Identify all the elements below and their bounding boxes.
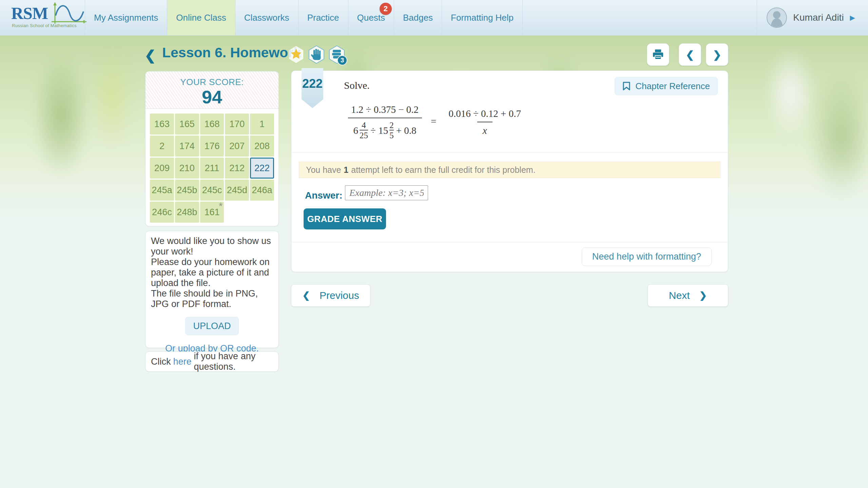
answer-input[interactable] bbox=[345, 185, 428, 200]
problem-panel: 222 Solve. Chapter Reference 1.2 ÷ 0.375… bbox=[291, 70, 728, 272]
statement-divider bbox=[291, 152, 728, 152]
score-header: YOUR SCORE: 94 bbox=[146, 72, 278, 109]
problem-cell-246c[interactable]: 246c bbox=[150, 202, 174, 223]
questions-panel: Click here if you have any questions. bbox=[145, 351, 279, 372]
problem-cell-207[interactable]: 207 bbox=[225, 136, 249, 157]
nav-items: My Assignments Online Class Classworks P… bbox=[85, 0, 523, 35]
upload-message-line: We would like you to show us your work! bbox=[151, 236, 273, 257]
starred-problem-mark: * bbox=[219, 201, 223, 211]
nav-item-quests[interactable]: Quests 2 bbox=[348, 0, 394, 35]
problem-cell-212[interactable]: 212 bbox=[225, 158, 249, 179]
problem-grid: 1631651681701217417620720820921021121222… bbox=[146, 109, 278, 227]
print-button[interactable] bbox=[647, 43, 669, 66]
chapter-reference-button[interactable]: Chapter Reference bbox=[615, 77, 718, 95]
problem-cell-208[interactable]: 208 bbox=[250, 136, 274, 157]
score-value: 94 bbox=[146, 87, 278, 107]
problem-equation: 1.2 ÷ 0.375 − 0.2 6425 ÷ 1525 + 0.8 = 0.… bbox=[346, 104, 526, 140]
rsm-logo-text: RSM bbox=[11, 3, 48, 23]
prev-problem-arrow-button[interactable]: ❮ bbox=[679, 43, 701, 66]
questions-here-link[interactable]: here bbox=[173, 357, 192, 367]
problem-cell-245a[interactable]: 245a bbox=[150, 180, 174, 201]
chevron-left-icon: ❮ bbox=[686, 49, 694, 61]
formatting-help-button[interactable]: Need help with formatting? bbox=[582, 247, 712, 266]
attempts-left-count: 1 bbox=[344, 165, 348, 175]
star-badge[interactable] bbox=[288, 45, 305, 64]
problem-number-ribbon: 222 bbox=[302, 68, 323, 108]
attempt-notice: You have 1 attempt left to earn the full… bbox=[299, 162, 720, 178]
questions-suffix: if you have any questions. bbox=[194, 351, 273, 372]
problem-cell-209[interactable]: 209 bbox=[150, 158, 174, 179]
upload-message-line: The file should be in PNG, JPG or PDF fo… bbox=[151, 288, 273, 309]
nav-item-badges[interactable]: Badges bbox=[394, 0, 442, 35]
bookmark-icon bbox=[622, 81, 631, 91]
books-badge[interactable]: 3 bbox=[328, 45, 345, 64]
problem-prompt: Solve. bbox=[344, 80, 370, 91]
problem-cell-211[interactable]: 211 bbox=[200, 158, 224, 179]
nav-item-practice[interactable]: Practice bbox=[298, 0, 348, 35]
equals-sign: = bbox=[431, 116, 436, 128]
previous-button[interactable]: ❮ Previous bbox=[291, 284, 370, 307]
hand-badge[interactable] bbox=[308, 45, 325, 64]
questions-prefix: Click bbox=[151, 357, 171, 367]
chevron-right-icon: ❯ bbox=[699, 290, 707, 301]
user-menu[interactable]: Kumari Aditi ▶ bbox=[757, 0, 868, 35]
nav-item-formatting-help[interactable]: Formatting Help bbox=[442, 0, 523, 35]
problem-cell-248b[interactable]: 248b bbox=[175, 202, 199, 223]
printer-icon bbox=[652, 49, 664, 60]
answer-divider bbox=[291, 242, 728, 242]
score-label: YOUR SCORE: bbox=[146, 77, 278, 87]
page-title: Lesson 6. Homework bbox=[162, 45, 301, 61]
chevron-right-icon: ❯ bbox=[713, 49, 721, 61]
problem-cell-210[interactable]: 210 bbox=[175, 158, 199, 179]
problem-cell-1[interactable]: 1 bbox=[250, 114, 274, 135]
problem-cell-161[interactable]: 161* bbox=[200, 202, 224, 223]
quests-count-badge: 2 bbox=[380, 3, 392, 15]
equation-lhs-fraction: 1.2 ÷ 0.375 − 0.2 6425 ÷ 1525 + 0.8 bbox=[346, 104, 424, 140]
problem-cell-170[interactable]: 170 bbox=[225, 114, 249, 135]
upload-panel: We would like you to show us your work! … bbox=[145, 231, 279, 348]
upload-message-line: Please do your homework on paper, take a… bbox=[151, 257, 273, 288]
user-menu-arrow-icon: ▶ bbox=[850, 14, 855, 22]
answer-label: Answer: bbox=[305, 190, 342, 201]
score-panel: YOUR SCORE: 94 1631651681701217417620720… bbox=[145, 71, 279, 226]
problem-cell-168[interactable]: 168 bbox=[200, 114, 224, 135]
top-nav: RSM Russian School of Mathematics My Ass… bbox=[0, 0, 868, 36]
problem-cell-245d[interactable]: 245d bbox=[225, 180, 249, 201]
problem-number: 222 bbox=[302, 77, 323, 91]
nav-item-my-assignments[interactable]: My Assignments bbox=[85, 0, 167, 35]
books-count-badge: 3 bbox=[337, 55, 347, 65]
avatar bbox=[767, 7, 787, 28]
problem-cell-245c[interactable]: 245c bbox=[200, 180, 224, 201]
problem-cell-2[interactable]: 2 bbox=[150, 136, 174, 157]
problem-cell-245b[interactable]: 245b bbox=[175, 180, 199, 201]
nav-item-online-class[interactable]: Online Class bbox=[167, 0, 235, 35]
chevron-left-icon: ❮ bbox=[302, 290, 310, 301]
problem-cell-163[interactable]: 163 bbox=[150, 114, 174, 135]
problem-cell-174[interactable]: 174 bbox=[175, 136, 199, 157]
nav-item-classworks[interactable]: Classworks bbox=[235, 0, 298, 35]
next-problem-arrow-button[interactable]: ❯ bbox=[706, 43, 728, 66]
grade-answer-button[interactable]: GRADE ANSWER bbox=[304, 208, 386, 229]
back-button[interactable]: ❮ bbox=[144, 47, 156, 63]
user-name: Kumari Aditi bbox=[793, 12, 844, 23]
equation-rhs-fraction: 0.016 ÷ 0.12 + 0.7 x bbox=[443, 108, 526, 136]
next-button[interactable]: Next ❯ bbox=[648, 284, 728, 307]
upload-button[interactable]: UPLOAD bbox=[185, 317, 239, 335]
lesson-badges: 3 bbox=[288, 45, 345, 64]
problem-cell-165[interactable]: 165 bbox=[175, 114, 199, 135]
problem-cell-222[interactable]: 222 bbox=[250, 158, 274, 179]
rsm-logo[interactable]: RSM Russian School of Mathematics bbox=[0, 0, 85, 35]
problem-cell-176[interactable]: 176 bbox=[200, 136, 224, 157]
problem-cell-246a[interactable]: 246a bbox=[250, 180, 274, 201]
rsm-logo-tagline: Russian School of Mathematics bbox=[12, 23, 77, 28]
